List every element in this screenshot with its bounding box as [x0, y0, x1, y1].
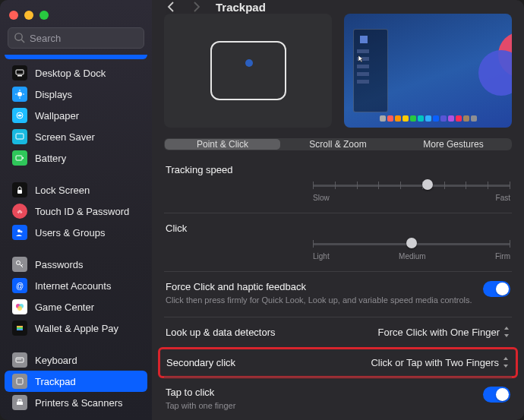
lock-icon [15, 185, 24, 194]
svg-line-18 [21, 264, 23, 266]
desktop-icon [15, 68, 24, 77]
sidebar-item-label: Trackpad [35, 376, 76, 387]
updown-icon [502, 357, 510, 368]
svg-point-14 [17, 229, 21, 232]
tab-point-click[interactable]: Point & Click [165, 139, 280, 150]
search-icon [14, 32, 25, 43]
sidebar-item-label: Wallpaper [35, 110, 79, 122]
svg-rect-24 [17, 327, 23, 329]
svg-point-22 [17, 306, 22, 311]
force-click-toggle[interactable] [483, 281, 510, 297]
battery-icon [15, 153, 24, 163]
secondary-click-row: Secondary click Click or Tap with Two Fi… [165, 357, 511, 368]
force-click-row: Force Click and haptic feedback Click th… [164, 271, 512, 317]
updown-icon [503, 327, 510, 337]
sidebar-item-users-groups[interactable]: Users & Groups [5, 222, 147, 243]
sidebar-item-wallpaper[interactable]: Wallpaper [5, 105, 147, 126]
svg-line-1 [21, 39, 24, 43]
search-input[interactable] [8, 27, 144, 49]
keyboard-icon [15, 355, 24, 365]
sidebar-item-label: Battery [35, 153, 66, 164]
lookup-select[interactable]: Force Click with One Finger [378, 327, 510, 338]
at-icon: @ [15, 281, 24, 290]
svg-point-16 [17, 261, 21, 265]
gesture-demo-preview [344, 14, 512, 128]
tap-to-click-desc: Tap with one finger [166, 400, 235, 412]
minimize-icon[interactable] [24, 11, 33, 20]
svg-rect-13 [17, 190, 22, 194]
sidebar-item-label: Wallet & Apple Pay [35, 323, 118, 334]
svg-rect-31 [17, 402, 23, 405]
page-title: Trackpad [216, 1, 266, 14]
svg-rect-2 [16, 70, 24, 74]
key-icon [15, 260, 24, 269]
secondary-click-label: Secondary click [166, 357, 235, 368]
wallet-icon [15, 324, 24, 333]
svg-point-4 [17, 92, 22, 96]
sidebar-item-lock-screen[interactable]: Lock Screen [5, 179, 147, 201]
sidebar-item-passwords[interactable]: Passwords [5, 254, 147, 275]
sidebar-item-keyboard[interactable]: Keyboard [5, 349, 147, 371]
sidebar-item-displays[interactable]: Displays [5, 84, 147, 105]
trackpad-outline-icon [210, 41, 286, 100]
svg-rect-26 [16, 358, 24, 362]
fingerprint-icon [15, 207, 24, 216]
svg-rect-3 [17, 75, 22, 77]
sidebar-item-label: Screen Saver [35, 131, 95, 143]
tracking-speed-row: Tracking speed SlowFast [164, 161, 512, 213]
sidebar-item-battery[interactable]: Battery [5, 147, 147, 169]
tab-scroll-zoom[interactable]: Scroll & Zoom [280, 139, 396, 150]
sidebar-top-cutoff [5, 55, 147, 59]
displays-icon [15, 90, 24, 99]
svg-rect-10 [16, 134, 24, 139]
force-click-desc: Click then press firmly for Quick Look, … [166, 295, 472, 306]
chevron-right-icon [193, 2, 200, 12]
tap-to-click-label: Tap to click [166, 387, 235, 398]
svg-point-15 [20, 230, 22, 232]
sidebar-item-printers[interactable]: Printers & Scanners [5, 392, 147, 413]
force-click-label: Force Click and haptic feedback [166, 281, 472, 292]
users-icon [15, 228, 24, 237]
tracking-speed-label: Tracking speed [166, 164, 510, 175]
svg-rect-32 [18, 399, 21, 402]
svg-point-0 [15, 33, 22, 40]
sidebar-item-internet-accounts[interactable]: @Internet Accounts [5, 275, 147, 296]
sidebar: Desktop & Dock Displays Wallpaper Screen… [0, 0, 152, 420]
chevron-left-icon [167, 2, 175, 12]
trackpad-preview [164, 14, 332, 128]
gamecenter-icon [14, 302, 25, 312]
sidebar-item-label: Printers & Scanners [35, 397, 123, 409]
back-button[interactable] [164, 0, 178, 14]
sidebar-item-label: Lock Screen [35, 185, 90, 196]
svg-text:@: @ [16, 282, 24, 290]
click-label: Click [166, 223, 510, 234]
tab-more-gestures[interactable]: More Gestures [396, 139, 511, 150]
tap-to-click-row: Tap to click Tap with one finger [164, 377, 512, 420]
fullscreen-icon[interactable] [39, 11, 49, 20]
sidebar-item-desktop-dock[interactable]: Desktop & Dock [5, 62, 147, 84]
sidebar-item-touch-id[interactable]: Touch ID & Password [5, 201, 147, 222]
cursor-icon [358, 55, 365, 62]
close-icon[interactable] [9, 11, 18, 20]
sidebar-item-label: Users & Groups [35, 227, 105, 238]
sidebar-item-screen-saver[interactable]: Screen Saver [5, 126, 147, 147]
tab-bar: Point & Click Scroll & Zoom More Gesture… [164, 138, 512, 150]
svg-rect-23 [17, 326, 23, 327]
sidebar-item-wallet[interactable]: Wallet & Apple Pay [5, 317, 147, 339]
forward-button [190, 0, 204, 14]
header: Trackpad [152, 0, 524, 14]
lookup-row: Look up & data detectors Force Click wit… [164, 317, 512, 349]
sidebar-item-label: Passwords [35, 259, 84, 270]
click-slider[interactable] [313, 238, 510, 249]
secondary-click-select[interactable]: Click or Tap with Two Fingers [371, 357, 510, 368]
sidebar-item-game-center[interactable]: Game Center [5, 296, 147, 317]
svg-rect-25 [17, 329, 23, 330]
sidebar-item-label: Displays [35, 89, 72, 100]
tracking-speed-slider[interactable] [313, 180, 510, 191]
printer-icon [15, 398, 24, 407]
click-row: Click LightMediumFirm [164, 213, 512, 271]
tap-to-click-toggle[interactable] [483, 387, 510, 403]
sidebar-item-label: Game Center [35, 302, 94, 313]
main-content: Trackpad Point & Click Scroll & Zoom Mor… [152, 0, 524, 420]
sidebar-item-trackpad[interactable]: Trackpad [5, 371, 147, 392]
